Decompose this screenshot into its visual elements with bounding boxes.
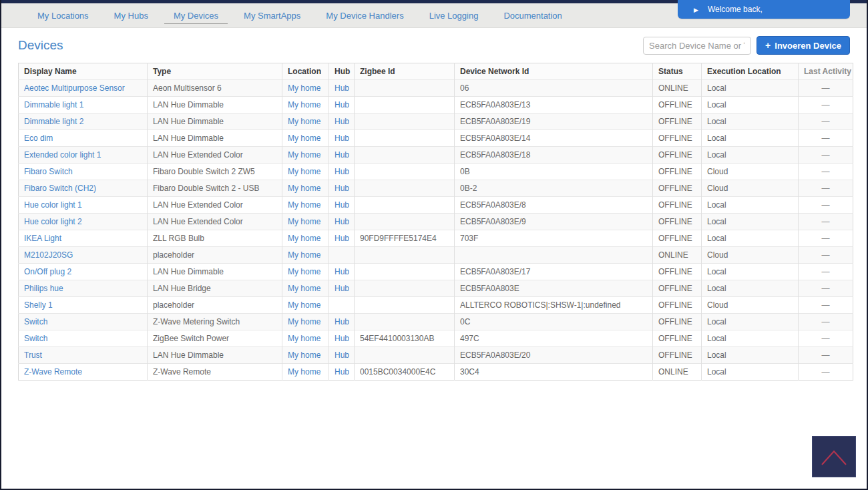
hub-cell: Hub <box>329 347 355 364</box>
device-name-link[interactable]: Shelly 1 <box>24 300 53 310</box>
device-name-cell: Dimmable light 1 <box>19 97 148 113</box>
scroll-top-button[interactable] <box>812 436 856 477</box>
last-activity-cell: — <box>799 264 853 280</box>
hub-link[interactable]: Hub <box>335 267 349 276</box>
location-link[interactable]: My home <box>288 234 320 243</box>
execution-location: Local <box>707 284 726 293</box>
location-link[interactable]: My home <box>288 117 320 126</box>
device-name-link[interactable]: Eco dim <box>24 134 53 143</box>
table-header-row: Display NameTypeLocationHubZigbee IdDevi… <box>19 63 853 80</box>
device-name-link[interactable]: Extended color light 1 <box>24 150 101 160</box>
hub-link[interactable]: Hub <box>335 150 349 160</box>
hub-link[interactable]: Hub <box>335 200 349 210</box>
device-name-link[interactable]: IKEA Light <box>24 234 61 243</box>
execution-location: Cloud <box>707 167 728 176</box>
device-name-cell: IKEA Light <box>19 230 148 247</box>
device-name-link[interactable]: Dimmable light 1 <box>24 100 83 109</box>
nav-item-my-locations[interactable]: My Locations <box>28 7 98 24</box>
device-name-link[interactable]: Switch <box>24 317 47 326</box>
device-name-link[interactable]: Fibaro Switch <box>24 167 73 176</box>
search-input[interactable] <box>643 37 751 55</box>
status-text: ONLINE <box>658 367 688 377</box>
execution-location-cell: Local <box>702 280 799 297</box>
device-network-id-cell: ECB5FA0A803E/19 <box>455 113 653 130</box>
device-name-link[interactable]: Hue color light 1 <box>24 200 82 210</box>
device-network-id: ECB5FA0A803E/20 <box>460 350 530 360</box>
hub-link[interactable]: Hub <box>335 350 349 360</box>
device-name-cell: Hue color light 2 <box>19 214 148 230</box>
nav-item-my-hubs[interactable]: My Hubs <box>105 7 158 24</box>
column-header-device-network-id: Device Network Id <box>455 63 653 80</box>
device-type-cell: LAN Hue Dimmable <box>148 97 282 113</box>
add-device-button[interactable]: + Invoeren Device <box>756 36 850 55</box>
nav-item-documentation[interactable]: Documentation <box>494 7 571 24</box>
nav-item-my-device-handlers[interactable]: My Device Handlers <box>316 7 413 24</box>
hub-cell: Hub <box>329 264 355 280</box>
location-link[interactable]: My home <box>288 317 320 326</box>
status-text: OFFLINE <box>658 167 692 176</box>
device-name-cell: Extended color light 1 <box>19 147 148 164</box>
device-name-link[interactable]: Philips hue <box>24 284 63 293</box>
hub-link[interactable]: Hub <box>335 217 349 226</box>
hub-link[interactable]: Hub <box>335 117 349 126</box>
location-link[interactable]: My home <box>288 184 320 193</box>
hub-link[interactable]: Hub <box>335 83 349 93</box>
hub-link[interactable]: Hub <box>335 100 349 109</box>
nav-item-my-devices[interactable]: My Devices <box>164 7 228 24</box>
location-link[interactable]: My home <box>288 217 320 226</box>
device-name-link[interactable]: Switch <box>24 334 47 343</box>
execution-location: Local <box>707 134 726 143</box>
device-name-link[interactable]: On/Off plug 2 <box>24 267 71 276</box>
location-link[interactable]: My home <box>288 250 320 260</box>
device-network-id-cell: 30C4 <box>455 364 653 381</box>
hub-cell: Hub <box>329 97 355 113</box>
execution-location: Local <box>707 117 726 126</box>
last-activity: — <box>822 250 830 260</box>
location-link[interactable]: My home <box>288 100 320 109</box>
location-link[interactable]: My home <box>288 134 320 143</box>
zigbee-id-cell <box>355 164 455 180</box>
last-activity: — <box>822 150 830 160</box>
device-network-id-cell: ECB5FA0A803E/17 <box>455 264 653 280</box>
location-link[interactable]: My home <box>288 150 320 160</box>
device-name-link[interactable]: Fibaro Switch (CH2) <box>24 184 96 193</box>
welcome-banner[interactable]: ▶ Welcome back, <box>678 0 850 19</box>
device-name-link[interactable]: Hue color light 2 <box>24 217 82 226</box>
location-link[interactable]: My home <box>288 83 320 93</box>
device-name-link[interactable]: M2102J20SG <box>24 250 73 260</box>
device-name-link[interactable]: Dimmable light 2 <box>24 117 83 126</box>
device-name-link[interactable]: Z-Wave Remote <box>24 367 82 377</box>
hub-link[interactable]: Hub <box>335 284 349 293</box>
device-network-id-cell: 06 <box>455 80 653 97</box>
location-cell: My home <box>282 113 329 130</box>
execution-location-cell: Local <box>702 130 799 147</box>
location-link[interactable]: My home <box>288 200 320 210</box>
table-row: M2102J20SG placeholder My home ONLINE Cl… <box>19 247 853 264</box>
location-link[interactable]: My home <box>288 300 320 310</box>
last-activity-cell: — <box>799 147 853 164</box>
location-link[interactable]: My home <box>288 167 320 176</box>
location-link[interactable]: My home <box>288 367 320 377</box>
nav-item-live-logging[interactable]: Live Logging <box>420 7 488 24</box>
last-activity-cell: — <box>799 230 853 247</box>
location-link[interactable]: My home <box>288 334 320 343</box>
hub-link[interactable]: Hub <box>335 367 349 377</box>
location-link[interactable]: My home <box>288 267 320 276</box>
hub-link[interactable]: Hub <box>335 234 349 243</box>
status-cell: ONLINE <box>653 364 702 381</box>
device-name-link[interactable]: Trust <box>24 350 42 360</box>
device-network-id: ECB5FA0A803E/17 <box>460 267 530 276</box>
table-row: Hue color light 1 LAN Hue Extended Color… <box>19 197 853 214</box>
location-link[interactable]: My home <box>288 350 320 360</box>
hub-link[interactable]: Hub <box>335 317 349 326</box>
location-link[interactable]: My home <box>288 284 320 293</box>
hub-link[interactable]: Hub <box>335 334 349 343</box>
table-row: IKEA Light ZLL RGB Bulb My home Hub 90FD… <box>19 230 853 247</box>
device-name-link[interactable]: Aeotec Multipurpose Sensor <box>24 83 125 93</box>
hub-link[interactable]: Hub <box>335 134 349 143</box>
nav-item-my-smartapps[interactable]: My SmartApps <box>234 7 310 24</box>
chevron-up-icon <box>818 443 850 470</box>
hub-cell: Hub <box>329 364 355 381</box>
hub-link[interactable]: Hub <box>335 167 349 176</box>
hub-link[interactable]: Hub <box>335 184 349 193</box>
